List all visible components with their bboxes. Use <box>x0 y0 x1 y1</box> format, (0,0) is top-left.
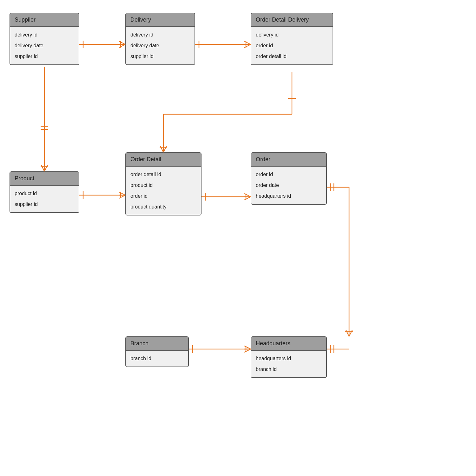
connection-product-orderdetail <box>79 191 125 199</box>
svg-line-58 <box>244 349 251 352</box>
table-supplier-body: delivery id delivery date supplier id <box>10 27 79 64</box>
svg-line-20 <box>244 44 251 48</box>
table-row: order date <box>251 180 326 191</box>
table-order-detail-header: Order Detail <box>126 153 201 167</box>
connection-branch-hq <box>189 345 251 353</box>
svg-line-39 <box>163 146 167 152</box>
table-row: headquarters id <box>251 353 326 364</box>
table-delivery-body: delivery id delivery date supplier id <box>126 27 195 64</box>
table-order-detail-body: order detail id product id order id prod… <box>126 167 201 215</box>
svg-line-57 <box>244 346 251 349</box>
table-supplier-header: Supplier <box>10 13 79 27</box>
table-row: order id <box>126 191 201 202</box>
table-order: Order order id order date headquarters i… <box>251 152 327 205</box>
connection-supplier-delivery <box>79 41 125 48</box>
svg-line-27 <box>44 165 48 171</box>
table-product-header: Product <box>10 172 79 186</box>
svg-line-44 <box>244 194 251 197</box>
table-order-detail: Order Detail order detail id product id … <box>125 152 202 215</box>
svg-line-14 <box>119 44 125 48</box>
table-row: branch id <box>251 364 326 375</box>
table-row: headquarters id <box>251 191 326 202</box>
table-product: Product product id supplier id <box>10 171 79 213</box>
er-diagram: Supplier delivery id delivery date suppl… <box>0 0 476 476</box>
table-row: supplier id <box>10 199 79 210</box>
table-order-header: Order <box>251 153 326 167</box>
table-delivery: Delivery delivery id delivery date suppl… <box>125 13 195 65</box>
table-order-detail-delivery-body: delivery id order id order detail id <box>251 27 333 64</box>
svg-line-45 <box>244 197 251 200</box>
connection-orderdetail-order <box>202 193 251 201</box>
table-row: order id <box>251 169 326 180</box>
er-connections <box>0 0 476 476</box>
table-order-detail-delivery: Order Detail Delivery delivery id order … <box>251 13 333 65</box>
table-branch: Branch branch id <box>125 336 189 367</box>
table-order-body: order id order date headquarters id <box>251 167 326 204</box>
table-headquarters-body: headquarters id branch id <box>251 351 326 377</box>
connection-hq-right <box>327 345 349 353</box>
table-row: delivery id <box>251 30 333 40</box>
table-row: product id <box>10 188 79 199</box>
table-row: delivery id <box>10 30 79 40</box>
table-order-detail-delivery-header: Order Detail Delivery <box>251 13 333 27</box>
svg-line-26 <box>41 165 44 171</box>
table-row: order detail id <box>126 169 201 180</box>
table-row: supplier id <box>10 51 79 62</box>
connection-supplier-product <box>41 67 48 171</box>
table-supplier: Supplier delivery id delivery date suppl… <box>10 13 79 65</box>
table-branch-header: Branch <box>126 337 188 351</box>
svg-line-13 <box>119 41 125 44</box>
table-headquarters-header: Headquarters <box>251 337 326 351</box>
svg-line-31 <box>119 192 125 195</box>
table-product-body: product id supplier id <box>10 186 79 212</box>
connection-delivery-odd <box>195 41 251 48</box>
table-row: product quantity <box>126 202 201 212</box>
table-delivery-header: Delivery <box>126 13 195 27</box>
table-row: delivery id <box>126 30 195 40</box>
connection-odd-orderdetail <box>160 72 296 152</box>
svg-line-19 <box>244 41 251 44</box>
table-branch-body: branch id <box>126 351 188 367</box>
svg-line-32 <box>119 195 125 198</box>
svg-line-53 <box>349 330 352 336</box>
table-row: delivery date <box>10 40 79 51</box>
table-row: delivery date <box>126 40 195 51</box>
table-row: order id <box>251 40 333 51</box>
svg-line-52 <box>346 330 349 336</box>
svg-line-38 <box>160 146 163 152</box>
table-row: branch id <box>126 353 188 364</box>
table-row: product id <box>126 180 201 191</box>
table-headquarters: Headquarters headquarters id branch id <box>251 336 327 378</box>
table-row: order detail id <box>251 51 333 62</box>
connection-order-hq <box>327 183 353 336</box>
table-row: supplier id <box>126 51 195 62</box>
